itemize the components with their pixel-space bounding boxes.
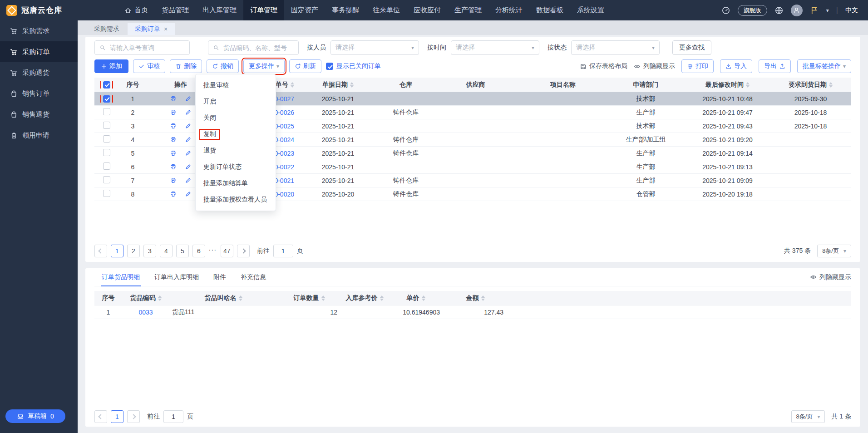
order-number-link[interactable]: 0-0020 (274, 191, 294, 198)
order-number-link[interactable]: 0-0023 (274, 150, 294, 157)
detail-tab[interactable]: 订单出入库明细 (147, 268, 206, 286)
nav-item[interactable]: 事务提醒 (325, 0, 366, 20)
goods-code-link[interactable]: 0033 (138, 309, 153, 316)
goods-search-input[interactable] (208, 40, 299, 55)
avatar[interactable] (791, 5, 803, 16)
sort-icon[interactable] (321, 295, 325, 301)
close-tab-icon[interactable]: × (164, 25, 168, 33)
page-button[interactable]: 4 (160, 245, 173, 257)
print-icon[interactable] (170, 163, 177, 170)
nav-item[interactable]: 订单管理 (243, 0, 284, 20)
nav-item[interactable]: 往来单位 (366, 0, 407, 20)
goto-page-input[interactable] (273, 245, 293, 257)
edit-icon[interactable] (185, 109, 192, 116)
row-checkbox[interactable] (103, 122, 110, 129)
refresh-button[interactable]: 刷新 (289, 59, 321, 73)
order-number-link[interactable]: 0-0027 (274, 95, 294, 103)
row-checkbox[interactable] (103, 135, 110, 143)
batch-label-button[interactable]: 批量标签操作 ▾ (797, 59, 851, 73)
next-page-button[interactable] (127, 410, 140, 423)
sort-icon[interactable] (158, 295, 162, 301)
next-page-button[interactable] (237, 245, 250, 257)
sidebar-item[interactable]: 领用申请 (0, 125, 78, 146)
app-logo[interactable]: 冠唐云仓库 (0, 5, 78, 16)
sort-icon[interactable] (422, 295, 425, 301)
order-search-field[interactable] (109, 44, 185, 52)
nav-item[interactable]: 首页 (118, 0, 155, 20)
sort-icon[interactable] (829, 82, 833, 88)
menu-item[interactable]: 开启 (196, 93, 276, 110)
time-select[interactable]: 请选择 ▾ (451, 40, 539, 55)
print-icon[interactable] (170, 150, 177, 157)
page-tab[interactable]: 采购订单× (128, 23, 175, 35)
page-button[interactable]: 6 (192, 245, 205, 257)
page-button[interactable]: 47 (221, 245, 233, 257)
sidebar-item[interactable]: 采购需求 (0, 20, 78, 41)
prev-page-button[interactable] (94, 410, 107, 423)
page-button[interactable]: 2 (127, 245, 140, 257)
menu-item[interactable]: 退货 (196, 143, 276, 159)
goods-search-field[interactable] (222, 44, 294, 52)
nav-item[interactable]: 分析统计 (488, 0, 529, 20)
row-checkbox[interactable] (103, 190, 110, 197)
sidebar-item[interactable]: 采购订单 (0, 41, 78, 62)
sort-icon[interactable] (350, 82, 354, 88)
language-switch[interactable]: 中文 (845, 6, 858, 15)
page-button[interactable]: 1 (111, 245, 123, 257)
print-icon[interactable] (170, 109, 177, 116)
audit-button[interactable]: 审核 (133, 59, 165, 73)
order-number-link[interactable]: 0-0025 (274, 123, 294, 130)
detail-tab[interactable]: 补充信息 (233, 268, 273, 286)
menu-item[interactable]: 批量添加授权查看人员 (196, 192, 276, 208)
menu-item[interactable]: 批量审核 (196, 77, 276, 93)
order-number-link[interactable]: 0-0026 (274, 109, 294, 116)
edit-icon[interactable] (185, 150, 192, 157)
sort-icon[interactable] (380, 295, 384, 301)
sidebar-item[interactable]: 销售订单 (0, 83, 78, 104)
order-number-link[interactable]: 0-0022 (274, 163, 294, 171)
menu-item[interactable]: 复制 (196, 126, 276, 143)
import-button[interactable]: 导入 (720, 59, 752, 73)
edit-icon[interactable] (185, 136, 192, 143)
nav-item[interactable]: 系统设置 (570, 0, 611, 20)
order-search-input[interactable] (94, 40, 190, 55)
sort-icon[interactable] (481, 295, 485, 301)
detail-tab[interactable]: 附件 (206, 268, 233, 286)
edit-icon[interactable] (185, 191, 192, 197)
flag-icon[interactable] (810, 6, 819, 15)
row-checkbox[interactable] (103, 108, 110, 115)
globe-icon[interactable] (774, 6, 784, 15)
nav-item[interactable]: 生产管理 (448, 0, 488, 20)
edit-icon[interactable] (185, 163, 192, 170)
edit-icon[interactable] (185, 177, 192, 184)
print-icon[interactable] (170, 191, 177, 197)
sidebar-item[interactable]: 采购退货 (0, 62, 78, 83)
page-button[interactable]: 1 (111, 410, 123, 423)
print-icon[interactable] (170, 95, 177, 102)
page-tab[interactable]: 采购需求 (87, 23, 127, 35)
select-all-checkbox[interactable] (103, 81, 110, 89)
row-checkbox[interactable] (103, 162, 110, 170)
save-layout-button[interactable]: 保存表格布局 (580, 62, 627, 70)
print-icon[interactable] (170, 136, 177, 143)
detail-tab[interactable]: 订单货品明细 (94, 268, 147, 286)
menu-item[interactable]: 更新订单状态 (196, 159, 276, 175)
show-closed-checkbox[interactable] (326, 63, 333, 70)
page-size-select[interactable]: 8条/页 ▾ (791, 410, 825, 423)
row-checkbox[interactable] (103, 176, 110, 183)
detail-table-row[interactable]: 10033货品1111210.61946903127.43 (94, 305, 851, 319)
nav-item[interactable]: 应收应付 (407, 0, 448, 20)
sort-icon[interactable] (746, 82, 750, 88)
more-actions-button[interactable]: 更多操作 ▾ (243, 59, 285, 73)
nav-item[interactable]: 出入库管理 (196, 0, 243, 20)
edit-icon[interactable] (185, 95, 192, 102)
nav-item[interactable]: 货品管理 (155, 0, 196, 20)
export-button[interactable]: 导出 (759, 59, 791, 73)
gauge-icon[interactable] (721, 6, 730, 15)
prev-page-button[interactable] (94, 245, 107, 257)
order-number-link[interactable]: 0-0024 (274, 136, 294, 143)
nav-item[interactable]: 固定资产 (284, 0, 325, 20)
nav-item[interactable]: 数据看板 (529, 0, 570, 20)
edit-icon[interactable] (185, 123, 192, 129)
page-button[interactable]: 3 (143, 245, 156, 257)
